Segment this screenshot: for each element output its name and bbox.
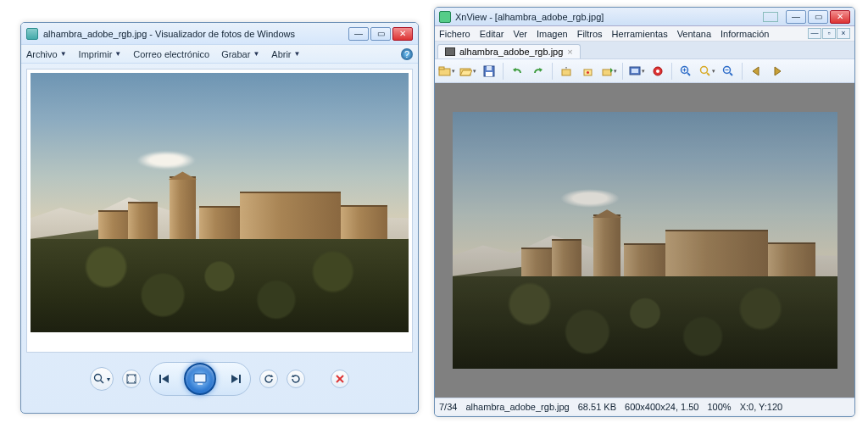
copy-button[interactable] [578, 62, 597, 81]
status-index: 7/34 [439, 402, 457, 412]
svg-rect-26 [603, 70, 611, 75]
fit-button[interactable] [122, 370, 141, 388]
slideshow-button[interactable] [184, 363, 216, 395]
xn-tabbar: alhambra_adobe_rgb.jpg × [435, 42, 854, 59]
delete-button[interactable] [331, 370, 349, 388]
menu-herramientas[interactable]: Herramientas [612, 29, 668, 39]
menu-correo[interactable]: Correo electrónico [133, 49, 209, 59]
svg-marker-7 [231, 375, 238, 383]
svg-rect-3 [159, 375, 161, 383]
svg-point-31 [656, 70, 659, 73]
svg-rect-6 [198, 383, 203, 385]
maximize-button[interactable]: ▭ [370, 27, 391, 41]
svg-rect-8 [239, 375, 241, 383]
svg-rect-22 [562, 70, 570, 75]
wpv-titlebar[interactable]: alhambra_adobe_rgb.jpg - Visualizador de… [21, 23, 418, 45]
minimize-button[interactable]: — [786, 10, 806, 24]
menu-filtros[interactable]: Filtros [577, 29, 603, 39]
next-button[interactable] [230, 373, 242, 385]
svg-marker-9 [270, 375, 274, 377]
wpv-menubar: Archivo▼ Imprimir▼ Correo electrónico Gr… [21, 45, 418, 64]
file-icon [445, 47, 455, 56]
xnview-window: XnView - [alhambra_adobe_rgb.jpg] — ▭ ✕ … [434, 7, 855, 417]
svg-point-0 [95, 375, 102, 381]
svg-rect-19 [486, 72, 492, 76]
menu-ver[interactable]: Ver [513, 29, 527, 39]
browse-button[interactable]: ▾ [437, 62, 456, 81]
tag-button[interactable] [648, 62, 667, 81]
wpv-system-buttons: — ▭ ✕ [348, 27, 413, 41]
xn-toolbar: ▾ ▾ ▾ ▾ ▾ [435, 59, 854, 83]
svg-rect-14 [439, 67, 444, 70]
wpv-image [31, 73, 409, 332]
close-button[interactable]: ✕ [830, 10, 850, 24]
status-filename: alhambra_adobe_rgb.jpg [465, 402, 569, 412]
xn-statusbar: 7/34 alhambra_adobe_rgb.jpg 68.51 KB 600… [435, 398, 854, 415]
close-button[interactable]: ✕ [392, 27, 413, 41]
svg-rect-18 [487, 66, 492, 70]
mdi-restore[interactable]: ▫ [822, 28, 836, 39]
svg-marker-20 [513, 68, 516, 72]
xn-image-viewport[interactable] [435, 83, 854, 398]
zoom-in-button[interactable] [676, 62, 695, 81]
svg-marker-4 [162, 375, 169, 383]
mdi-close[interactable]: × [837, 28, 850, 39]
menu-informacion[interactable]: Información [721, 29, 769, 39]
menu-editar[interactable]: Editar [480, 29, 504, 39]
rotate-ccw-button[interactable] [259, 370, 278, 388]
fullscreen-button[interactable]: ▾ [627, 62, 646, 81]
tab-label: alhambra_adobe_rgb.jpg [459, 47, 563, 57]
cut-button[interactable] [557, 62, 576, 81]
xn-menubar: Fichero Editar Ver Imagen Filtros Herram… [435, 26, 854, 42]
wpv-controls: ▾ [21, 358, 418, 400]
svg-line-1 [101, 381, 104, 384]
svg-line-39 [730, 73, 732, 75]
svg-marker-16 [460, 70, 472, 75]
grip-icon [763, 12, 778, 22]
menu-ventana[interactable]: Ventana [677, 29, 711, 39]
svg-point-36 [700, 66, 707, 73]
open-button[interactable]: ▾ [459, 62, 477, 81]
undo-button[interactable] [508, 62, 526, 81]
next-image-button[interactable] [768, 62, 787, 81]
wpv-nav-cluster [149, 362, 251, 396]
tab-close-icon[interactable]: × [567, 47, 572, 57]
zoom-button[interactable]: ▾ [90, 367, 114, 391]
zoom-fit-button[interactable]: ▾ [698, 62, 716, 81]
menu-fichero[interactable]: Fichero [439, 29, 470, 39]
xn-system-buttons: — ▭ ✕ [786, 10, 850, 24]
svg-marker-21 [539, 68, 542, 72]
status-size: 68.51 KB [578, 402, 616, 412]
menu-imagen[interactable]: Imagen [537, 29, 568, 39]
status-dims: 600x400x24, 1.50 [625, 402, 698, 412]
zoom-out-button[interactable] [719, 62, 737, 81]
wpv-image-viewport [26, 69, 413, 353]
help-icon[interactable]: ? [401, 48, 413, 60]
menu-imprimir[interactable]: Imprimir▼ [79, 49, 122, 59]
svg-line-33 [687, 73, 690, 75]
svg-point-25 [587, 71, 589, 74]
xn-title: XnView - [alhambra_adobe_rgb.jpg] [455, 12, 759, 22]
rotate-cw-button[interactable] [287, 370, 305, 388]
menu-grabar[interactable]: Grabar▼ [221, 49, 259, 59]
maximize-button[interactable]: ▭ [808, 10, 828, 24]
minimize-button[interactable]: — [348, 27, 369, 41]
paste-button[interactable]: ▾ [599, 62, 618, 81]
prev-image-button[interactable] [747, 62, 765, 81]
mdi-minimize[interactable]: — [808, 28, 821, 39]
previous-button[interactable] [159, 373, 170, 385]
svg-rect-5 [194, 374, 206, 382]
menu-abrir[interactable]: Abrir▼ [271, 49, 300, 59]
menu-archivo[interactable]: Archivo▼ [26, 49, 67, 59]
svg-line-37 [707, 73, 709, 75]
redo-button[interactable] [529, 62, 548, 81]
windows-photo-viewer-window: alhambra_adobe_rgb.jpg - Visualizador de… [20, 22, 419, 414]
status-coords: X:0, Y:120 [740, 402, 783, 412]
svg-marker-10 [292, 375, 295, 377]
wpv-title: alhambra_adobe_rgb.jpg - Visualizador de… [43, 29, 343, 39]
xn-titlebar[interactable]: XnView - [alhambra_adobe_rgb.jpg] — ▭ ✕ [435, 8, 854, 26]
xn-app-icon [439, 11, 451, 23]
svg-marker-41 [753, 67, 759, 75]
tab-alhambra[interactable]: alhambra_adobe_rgb.jpg × [437, 44, 581, 58]
save-button[interactable] [480, 62, 498, 81]
